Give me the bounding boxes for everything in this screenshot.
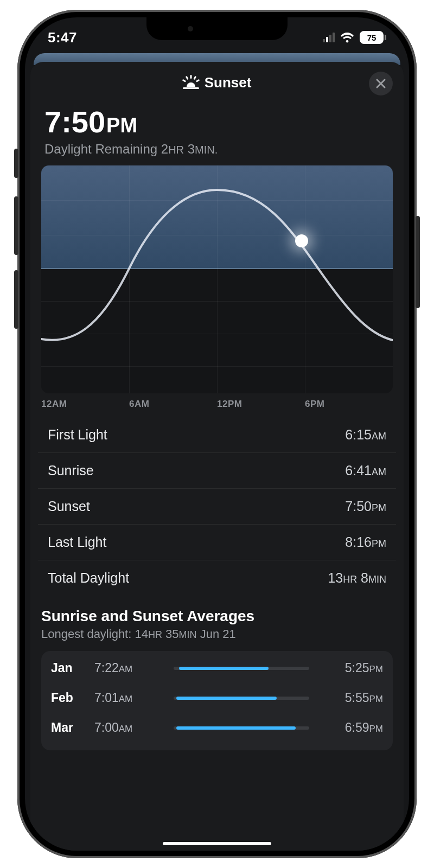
average-row: Jan 7:22AM 5:25PM	[51, 653, 383, 683]
averages-section: Sunrise and Sunset Averages Longest dayl…	[41, 608, 393, 641]
status-indicators: 75	[323, 31, 386, 44]
sun-time-row: Last Light8:16PM	[38, 525, 396, 560]
row-label: Sunrise	[48, 463, 94, 478]
sun-path-chart[interactable]	[41, 165, 393, 393]
avg-sunset: 6:59PM	[318, 720, 383, 735]
tick-6pm: 6PM	[305, 399, 393, 410]
sheet-title: Sunset	[183, 74, 252, 91]
device-frame: 5:47 75	[17, 10, 417, 858]
sun-curve	[41, 165, 393, 393]
battery-indicator: 75	[360, 31, 386, 44]
month-label: Jan	[51, 661, 94, 675]
cellular-signal-icon	[323, 33, 335, 42]
tick-6am: 6AM	[129, 399, 217, 410]
row-value: 6:41AM	[345, 463, 386, 478]
month-label: Mar	[51, 720, 94, 735]
daylight-remaining: Daylight Remaining 2HR 3MIN.	[44, 142, 390, 157]
sun-time-row: Sunrise6:41AM	[38, 453, 396, 489]
chart-x-axis: 12AM 6AM 12PM 6PM	[41, 399, 393, 410]
avg-sunset: 5:55PM	[318, 691, 383, 705]
avg-sunrise: 7:22AM	[94, 661, 165, 675]
status-time: 5:47	[48, 29, 77, 46]
sunset-icon	[183, 76, 199, 89]
volume-down	[14, 270, 18, 329]
averages-heading: Sunrise and Sunset Averages	[41, 608, 393, 625]
tick-12am: 12AM	[41, 399, 129, 410]
sunset-detail-sheet: Sunset 7:50PM Daylight Remaining 2HR 3MI…	[30, 62, 404, 851]
tick-12pm: 12PM	[217, 399, 305, 410]
daylight-bar	[174, 726, 309, 730]
row-value: 13HR 8MIN	[328, 570, 386, 586]
daylight-bar	[174, 667, 309, 670]
average-row: Feb 7:01AM 5:55PM	[51, 683, 383, 713]
sun-position-marker	[295, 234, 308, 247]
sun-time-row: First Light6:15AM	[38, 417, 396, 453]
power-button	[416, 216, 420, 308]
sun-time-row: Total Daylight13HR 8MIN	[38, 560, 396, 596]
row-label: Sunset	[48, 499, 90, 514]
close-icon	[375, 78, 386, 89]
screen: 5:47 75	[25, 17, 409, 851]
mute-switch	[14, 149, 18, 178]
sunset-time: 7:50PM	[44, 104, 390, 139]
row-value: 6:15AM	[345, 427, 386, 443]
row-value: 7:50PM	[345, 499, 386, 514]
daylight-bar	[174, 697, 309, 700]
sun-times-list: First Light6:15AMSunrise6:41AMSunset7:50…	[38, 417, 396, 596]
volume-up	[14, 196, 18, 255]
hero: 7:50PM Daylight Remaining 2HR 3MIN.	[30, 100, 404, 157]
battery-level: 75	[360, 31, 384, 44]
averages-card[interactable]: Jan 7:22AM 5:25PMFeb 7:01AM 5:55PMMar 7:…	[41, 651, 393, 750]
sheet-header: Sunset	[30, 65, 404, 100]
avg-sunrise: 7:01AM	[94, 691, 165, 705]
row-value: 8:16PM	[345, 534, 386, 550]
row-label: First Light	[48, 427, 107, 443]
row-label: Total Daylight	[48, 570, 129, 586]
wifi-icon	[340, 32, 354, 43]
averages-subtitle: Longest daylight: 14HR 35MIN Jun 21	[41, 627, 393, 641]
sun-time-row: Sunset7:50PM	[38, 489, 396, 525]
close-button[interactable]	[369, 72, 393, 95]
average-row: Mar 7:00AM 6:59PM	[51, 713, 383, 743]
row-label: Last Light	[48, 534, 106, 550]
notch	[146, 17, 288, 40]
home-indicator[interactable]	[163, 842, 271, 845]
avg-sunset: 5:25PM	[318, 661, 383, 675]
avg-sunrise: 7:00AM	[94, 720, 165, 735]
sheet-title-text: Sunset	[205, 74, 252, 91]
month-label: Feb	[51, 691, 94, 705]
